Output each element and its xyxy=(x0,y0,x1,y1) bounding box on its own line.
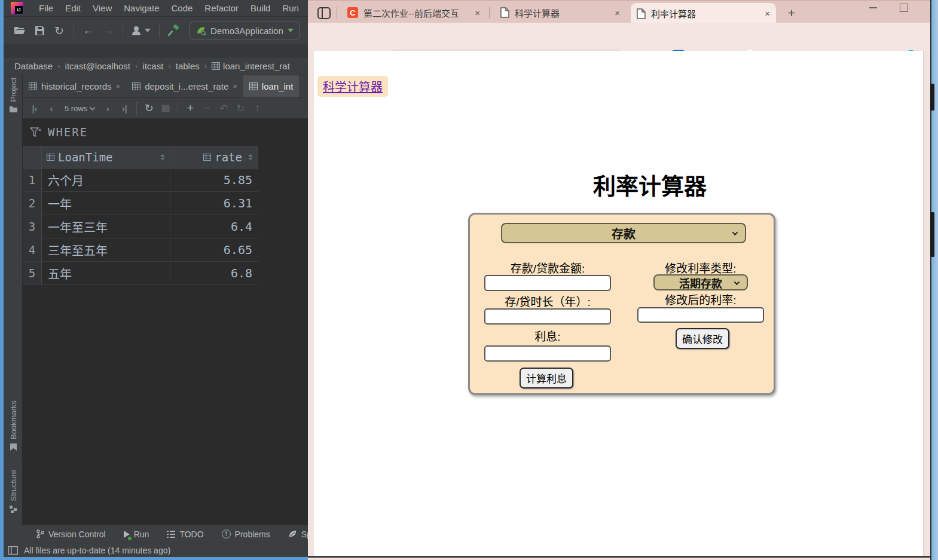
run-configuration-selector[interactable]: Demo3Application xyxy=(190,22,300,39)
menu-edit[interactable]: Edit xyxy=(59,3,87,13)
problems-icon xyxy=(222,530,231,538)
sidebar-item-project[interactable]: Project xyxy=(4,78,23,112)
column-header-rate[interactable]: rate xyxy=(170,146,258,168)
back-arrow-icon[interactable] xyxy=(81,23,96,38)
tool-window-stripe: Project Bookmarks Structure xyxy=(4,75,23,525)
sidebar-item-bookmarks[interactable]: Bookmarks xyxy=(4,400,23,451)
browser-tab-rate-calculator[interactable]: 利率计算器 xyxy=(631,3,776,24)
confirm-modify-button[interactable]: 确认修改 xyxy=(676,328,729,349)
menu-navigate[interactable]: Navigate xyxy=(118,3,165,13)
first-page-icon[interactable] xyxy=(28,101,42,115)
previous-page-icon[interactable] xyxy=(44,101,59,115)
new-tab-button[interactable] xyxy=(784,5,799,21)
build-hammer-icon[interactable] xyxy=(166,23,182,38)
duration-input[interactable] xyxy=(484,308,611,325)
table-row[interactable]: 2 一年 6.31 xyxy=(23,192,258,215)
table-row[interactable]: 4 三年至五年 6.65 xyxy=(23,238,258,262)
tab-loan-interest-rate[interactable]: loan_int xyxy=(243,75,300,97)
breadcrumb-datasource[interactable]: itcast@localhost xyxy=(65,61,130,71)
reload-data-icon[interactable] xyxy=(142,101,156,115)
menu-build[interactable]: Build xyxy=(245,3,276,13)
deposit-loan-select[interactable]: 存款 xyxy=(501,223,746,243)
toolbar-separator xyxy=(74,24,74,37)
menu-file[interactable]: File xyxy=(33,3,59,13)
toolwindow-run[interactable]: Run xyxy=(124,530,149,539)
cell-rate[interactable]: 5.85 xyxy=(170,169,258,191)
minimize-button[interactable] xyxy=(864,1,882,14)
tab-historical-records[interactable]: historical_records xyxy=(23,75,126,97)
close-tab-icon[interactable] xyxy=(765,8,770,19)
breadcrumb-schema[interactable]: itcast xyxy=(142,61,163,71)
menu-code[interactable]: Code xyxy=(165,3,198,13)
table-row[interactable]: 5 五年 6.8 xyxy=(23,262,258,285)
rate-type-select[interactable]: 活期存款 xyxy=(653,274,748,290)
close-tab-icon[interactable] xyxy=(475,8,480,18)
toolwindow-version-control[interactable]: Version Control xyxy=(36,530,106,539)
cell-rate[interactable]: 6.4 xyxy=(170,215,258,238)
sci-calculator-link[interactable]: 科学计算器 xyxy=(317,76,388,97)
column-header-loantime[interactable]: LoanTime xyxy=(42,146,170,168)
table-row[interactable]: 3 一年至三年 6.4 xyxy=(23,215,258,238)
where-filter-label: WHERE xyxy=(48,126,88,139)
save-icon[interactable] xyxy=(32,23,47,38)
table-icon xyxy=(29,82,37,90)
menu-view[interactable]: View xyxy=(87,3,118,13)
forward-arrow-icon[interactable] xyxy=(100,23,116,38)
tool-window-bar: Version Control Run TODO Problems Spring xyxy=(4,525,308,543)
close-tab-icon[interactable] xyxy=(615,8,620,18)
tab-search-icon[interactable] xyxy=(316,5,332,21)
cell-loantime[interactable]: 三年至五年 xyxy=(42,238,170,261)
refresh-dimmed-icon[interactable] xyxy=(233,101,248,115)
cell-loantime[interactable]: 一年 xyxy=(42,192,170,215)
breadcrumb-database[interactable]: Database xyxy=(14,61,53,71)
close-tab-icon[interactable] xyxy=(116,82,121,91)
browser-tab-bar: 第二次作业--前后端交互 科学计算器 利率计算器 xyxy=(308,0,930,23)
page-size-selector[interactable]: 5 rows xyxy=(61,104,98,113)
sidebar-item-structure[interactable]: Structure xyxy=(4,470,23,513)
user-icon[interactable] xyxy=(130,23,152,38)
browser-bottom-edge xyxy=(308,558,930,560)
sync-icon[interactable] xyxy=(51,23,67,38)
new-rate-input[interactable] xyxy=(637,307,764,323)
editor-tabs: historical_records deposit_i...erest_rat… xyxy=(23,75,308,98)
cell-rate[interactable]: 6.31 xyxy=(170,192,258,215)
add-row-icon[interactable] xyxy=(183,101,197,115)
revert-icon[interactable] xyxy=(216,101,231,115)
breadcrumb-table[interactable]: loan_interest_rat xyxy=(212,61,290,71)
cell-rate[interactable]: 6.8 xyxy=(170,262,258,284)
menu-run[interactable]: Run xyxy=(276,3,305,13)
cell-loantime[interactable]: 五年 xyxy=(42,262,170,284)
toolwindow-spring[interactable]: Spring xyxy=(288,530,308,539)
open-folder-icon[interactable] xyxy=(12,23,28,38)
table-icon xyxy=(249,82,258,90)
table-row[interactable]: 1 六个月 5.85 xyxy=(23,169,258,192)
calculate-interest-button[interactable]: 计算利息 xyxy=(520,368,573,388)
maximize-button[interactable] xyxy=(895,1,913,14)
browser-toolbar: 127.0.0.1:5500/work2/rate/RateCalcu... 1… xyxy=(308,23,930,51)
menu-refactor[interactable]: Refactor xyxy=(198,3,245,13)
amount-input[interactable] xyxy=(484,275,611,291)
cell-rate[interactable]: 6.65 xyxy=(170,238,258,261)
browser-tab-sci-calculator[interactable]: 科学计算器 xyxy=(494,1,626,24)
browser-tab-homework[interactable]: 第二次作业--前后端交互 xyxy=(341,1,486,24)
interest-input[interactable] xyxy=(484,345,611,362)
toolwindow-problems[interactable]: Problems xyxy=(222,530,270,539)
cell-loantime[interactable]: 六个月 xyxy=(42,169,170,191)
tab-deposit-interest-rate[interactable]: deposit_i...erest_rate xyxy=(126,75,243,97)
view-options-icon[interactable] xyxy=(158,101,173,115)
delete-row-icon[interactable] xyxy=(200,101,214,115)
layout-icon[interactable] xyxy=(8,546,18,555)
scrollbar-track[interactable] xyxy=(923,51,930,556)
toolwindow-todo[interactable]: TODO xyxy=(167,530,203,539)
sort-icon xyxy=(248,154,253,160)
close-tab-icon[interactable] xyxy=(233,82,237,91)
chevron-down-icon xyxy=(732,229,738,235)
breadcrumb-tables[interactable]: tables xyxy=(176,61,200,71)
content-left-margin xyxy=(308,51,314,556)
last-page-icon[interactable] xyxy=(117,101,132,115)
column-icon xyxy=(203,154,211,161)
next-page-icon[interactable] xyxy=(100,101,115,115)
where-filter-bar[interactable]: WHERE xyxy=(23,118,308,146)
submit-icon[interactable] xyxy=(250,101,264,115)
cell-loantime[interactable]: 一年至三年 xyxy=(42,215,170,238)
